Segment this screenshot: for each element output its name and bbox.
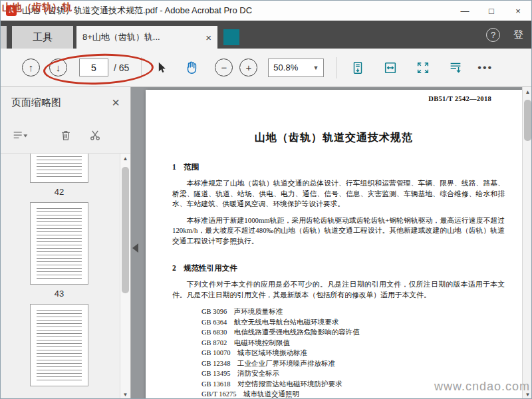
previous-page-button[interactable]: ↑ bbox=[22, 59, 40, 76]
scrollbar-thumb[interactable] bbox=[524, 100, 531, 141]
page-total-label: / 65 bbox=[114, 63, 129, 73]
pdf-page: DB51/T 2542—2018 山地（齿轨）轨道交通技术规范 1 范围 本标准… bbox=[146, 90, 522, 399]
tab-bar-right: ? 登 bbox=[486, 21, 531, 49]
thumbnail-page-number: 42 bbox=[1, 183, 118, 202]
fullscreen-icon[interactable] bbox=[414, 59, 432, 76]
continuous-scroll-icon[interactable] bbox=[348, 59, 366, 76]
chevron-down-icon: ▼ bbox=[313, 65, 319, 71]
panel-title: 页面缩略图 bbox=[11, 96, 61, 109]
scroll-up-icon[interactable]: ▲ bbox=[523, 87, 532, 97]
reference-item: GB/T 16275 城市轨道交通照明 bbox=[201, 389, 505, 399]
title-bar: A 山地（齿轨）轨道交通技术规范.pdf - Adobe Acrobat Pro… bbox=[1, 1, 531, 21]
minimize-button[interactable]: — bbox=[452, 1, 478, 21]
scroll-down-icon[interactable]: ▼ bbox=[523, 390, 532, 399]
acrobat-app-icon: A bbox=[6, 5, 17, 16]
document-body: 1 范围 本标准规定了山地（齿轨）轨道交通的总体设计、行车组织和运营管理、车辆、… bbox=[146, 162, 522, 399]
acrobat-window: A 山地（齿轨）轨道交通技术规范.pdf - Adobe Acrobat Pro… bbox=[0, 0, 532, 399]
panel-toolbar bbox=[1, 118, 130, 154]
scrollbar-thumb[interactable] bbox=[122, 167, 129, 293]
acrobat-teal-button[interactable] bbox=[223, 29, 239, 45]
scroll-up-icon[interactable]: ▲ bbox=[120, 154, 130, 164]
page-thumbnail[interactable] bbox=[30, 304, 88, 386]
reference-item: GB 3096 声环境质量标准 bbox=[201, 307, 505, 317]
delete-pages-icon[interactable] bbox=[59, 128, 72, 142]
next-page-button[interactable]: ↓ bbox=[49, 59, 67, 76]
partial-tab[interactable] bbox=[1, 26, 7, 49]
reference-item: GB 13495 消防安全标示 bbox=[201, 368, 505, 379]
references-list: GB 3096 声环境质量标准GB 6364 航空无线电导航台站电磁环境要求GB… bbox=[201, 307, 505, 399]
thumbnail-content bbox=[37, 310, 82, 380]
main-toolbar: ↑ ↓ 5 / 65 − + 50.8% ▼ ••• bbox=[1, 49, 531, 87]
page-thumbnail[interactable] bbox=[30, 202, 88, 285]
close-button[interactable]: × bbox=[505, 1, 531, 21]
paragraph: 下列文件对于本文件的应用是必不可少的。凡是注日期的引用文件，仅所注日期的版本适用… bbox=[172, 279, 505, 300]
help-icon[interactable]: ? bbox=[486, 28, 500, 42]
hand-tool-icon[interactable] bbox=[182, 59, 200, 76]
section-heading: 2 规范性引用文件 bbox=[172, 263, 505, 273]
page-display-icon[interactable] bbox=[446, 59, 464, 76]
panel-close-icon[interactable]: × bbox=[112, 96, 120, 109]
window-title: 山地（齿轨）轨道交通技术规范.pdf - Adobe Acrobat Pro D… bbox=[22, 5, 252, 17]
select-tool-icon[interactable] bbox=[152, 59, 170, 76]
zoom-out-button[interactable]: − bbox=[215, 59, 233, 76]
reference-item: GB 6364 航空无线电导航台站电磁环境要求 bbox=[201, 317, 505, 328]
reference-item: GB 8702 电磁环境控制限值 bbox=[201, 338, 505, 348]
tab-document-label: 8+山地（齿轨）轨... bbox=[82, 31, 160, 43]
scroll-down-icon[interactable]: ▼ bbox=[120, 390, 130, 399]
thumbnails-panel: 页面缩略图 × 42 43 ▲ ▼ bbox=[1, 87, 131, 399]
sidebar-scrollbar[interactable]: ▲ ▼ bbox=[120, 154, 130, 399]
tab-tools[interactable]: 工具 bbox=[12, 26, 73, 49]
tab-close-icon[interactable]: × bbox=[200, 32, 211, 43]
toolbar-divider bbox=[141, 57, 142, 78]
maximize-button[interactable]: □ bbox=[478, 1, 505, 21]
more-tools-icon[interactable]: ••• bbox=[477, 62, 493, 74]
panel-header: 页面缩略图 × bbox=[1, 87, 130, 118]
paragraph: 本标准规定了山地（齿轨）轨道交通的总体设计、行车组织和运营管理、车辆、限界、线路… bbox=[172, 178, 505, 209]
standard-code: DB51/T 2542—2018 bbox=[428, 95, 491, 102]
collapse-panel-icon[interactable] bbox=[132, 243, 138, 253]
page-thumbnail[interactable] bbox=[30, 154, 88, 183]
thumbnail-list: 42 43 bbox=[1, 154, 118, 399]
thumbnail-options-icon[interactable] bbox=[13, 129, 29, 142]
tab-document[interactable]: 8+山地（齿轨）轨... × bbox=[76, 26, 217, 49]
reference-item: GB 6830 电信线路遭受强电线路危险影响的容许值 bbox=[201, 327, 505, 338]
zoom-in-button[interactable]: + bbox=[239, 59, 257, 76]
thumbnail-page-number: 43 bbox=[1, 285, 118, 304]
page-number-input[interactable]: 5 bbox=[79, 59, 108, 76]
zoom-level-value: 50.8% bbox=[273, 63, 298, 72]
reference-item: GB 10070 城市区域环境振动标准 bbox=[201, 348, 505, 358]
document-area: DB51/T 2542—2018 山地（齿轨）轨道交通技术规范 1 范围 本标准… bbox=[131, 87, 532, 399]
reference-item: GB 12348 工业企业厂界环境噪声排放标准 bbox=[201, 358, 505, 369]
paragraph: 本标准适用于新建1000mm轨距，采用齿轮齿轨驱动或齿轮齿轨+钢轮钢轨驱动，最高… bbox=[172, 215, 505, 247]
section-heading: 1 范围 bbox=[172, 162, 505, 172]
thumbnail-content bbox=[37, 208, 82, 279]
reference-item: GB 13618 对空情报雷达站电磁环境防护要求 bbox=[201, 379, 505, 390]
sign-in-button[interactable]: 登 bbox=[513, 29, 523, 41]
tab-bar: 工具 8+山地（齿轨）轨... × ? 登 bbox=[1, 21, 531, 49]
cut-pages-icon[interactable] bbox=[88, 128, 102, 142]
thumbnail-content bbox=[37, 154, 82, 177]
zoom-level-dropdown[interactable]: 50.8% ▼ bbox=[268, 59, 324, 77]
main-scrollbar[interactable]: ▲ ▼ bbox=[522, 87, 532, 399]
window-controls: — □ × bbox=[452, 1, 531, 21]
toolbar-divider bbox=[336, 57, 336, 78]
fit-page-icon[interactable] bbox=[381, 59, 399, 76]
